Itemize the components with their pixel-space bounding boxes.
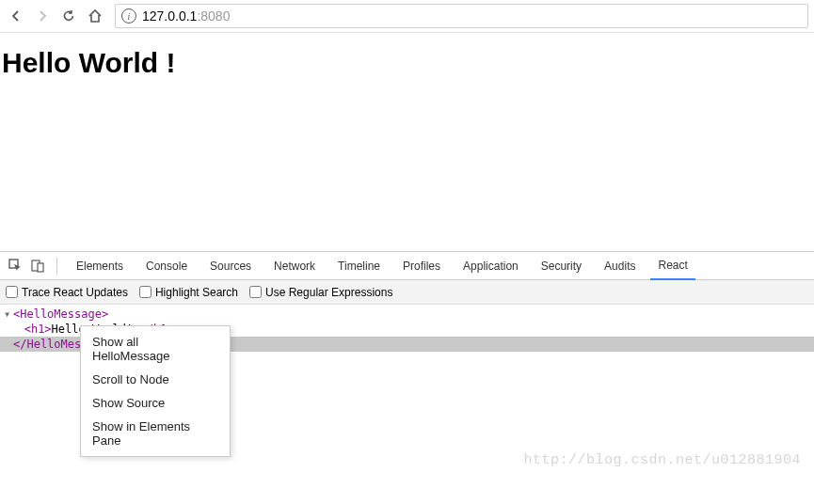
divider xyxy=(56,258,57,275)
tab-sources[interactable]: Sources xyxy=(202,252,259,280)
context-show-all[interactable]: Show all HelloMessage xyxy=(81,330,230,368)
address-bar[interactable]: i 127.0.0.1:8080 xyxy=(115,4,808,28)
checkbox-label: Highlight Search xyxy=(155,286,238,299)
context-show-in-elements[interactable]: Show in Elements Pane xyxy=(81,415,230,452)
component-tag: <HelloMessage> xyxy=(13,307,108,321)
tab-application[interactable]: Application xyxy=(455,252,526,280)
checkbox-input[interactable] xyxy=(249,286,262,298)
context-show-source[interactable]: Show Source xyxy=(81,391,230,415)
svg-rect-2 xyxy=(38,263,43,272)
checkbox-label: Use Regular Expressions xyxy=(265,286,392,299)
tab-profiles[interactable]: Profiles xyxy=(395,252,448,280)
checkbox-label: Trace React Updates xyxy=(22,286,128,299)
url-host: 127.0.0.1 xyxy=(142,8,197,24)
spacer xyxy=(4,337,13,352)
highlight-search-checkbox[interactable]: Highlight Search xyxy=(139,286,238,299)
browser-toolbar: i 127.0.0.1:8080 xyxy=(0,0,814,33)
react-devtools-options: Trace React Updates Highlight Search Use… xyxy=(0,280,814,305)
checkbox-input[interactable] xyxy=(6,286,18,298)
back-button[interactable] xyxy=(6,6,26,26)
inspect-icon[interactable] xyxy=(8,259,23,274)
context-scroll-to-node[interactable]: Scroll to Node xyxy=(81,368,230,391)
context-menu: Show all HelloMessage Scroll to Node Sho… xyxy=(80,325,231,457)
tab-audits[interactable]: Audits xyxy=(597,252,643,280)
device-toggle-icon[interactable] xyxy=(30,259,45,274)
page-heading: Hello World ! xyxy=(2,47,812,79)
reload-button[interactable] xyxy=(58,6,79,26)
tree-node-open[interactable]: ▾<HelloMessage> xyxy=(0,307,814,322)
page-content: Hello World ! xyxy=(0,33,814,93)
element-tag: <h1> xyxy=(24,323,52,336)
tab-elements[interactable]: Elements xyxy=(69,252,131,280)
checkbox-input[interactable] xyxy=(139,286,152,298)
home-button[interactable] xyxy=(85,6,105,26)
devtools-tabbar: Elements Console Sources Network Timelin… xyxy=(0,252,814,280)
regex-checkbox[interactable]: Use Regular Expressions xyxy=(249,286,392,299)
forward-button[interactable] xyxy=(32,6,53,26)
caret-down-icon[interactable]: ▾ xyxy=(4,307,13,322)
url-port: :8080 xyxy=(197,8,230,24)
tab-network[interactable]: Network xyxy=(266,252,323,280)
info-icon[interactable]: i xyxy=(121,8,136,24)
trace-react-checkbox[interactable]: Trace React Updates xyxy=(6,286,128,299)
tab-security[interactable]: Security xyxy=(534,252,589,280)
tab-react[interactable]: React xyxy=(650,252,694,280)
tab-console[interactable]: Console xyxy=(138,252,195,280)
tab-timeline[interactable]: Timeline xyxy=(330,252,388,280)
